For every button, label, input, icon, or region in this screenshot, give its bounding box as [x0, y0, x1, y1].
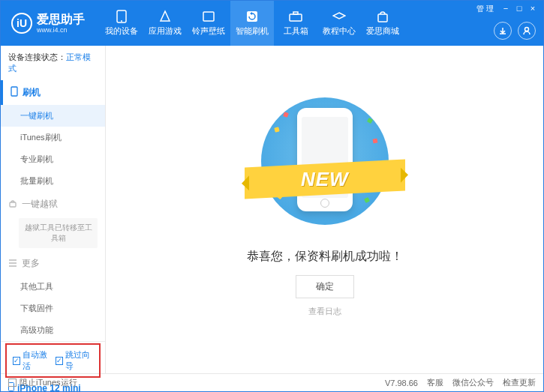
- success-illustration: NEW: [261, 91, 389, 234]
- graduation-icon: [332, 10, 346, 23]
- check-icon: ✓: [13, 357, 20, 365]
- maximize-icon[interactable]: □: [515, 4, 524, 13]
- service-link[interactable]: 客服: [427, 377, 443, 388]
- connection-status: 设备连接状态：正常模式: [1, 46, 105, 80]
- sidebar-item-othertools[interactable]: 其他工具: [1, 276, 105, 298]
- confetti-icon: [366, 118, 372, 124]
- nav-ringtones[interactable]: 铃声壁纸: [187, 1, 230, 46]
- update-link[interactable]: 检查更新: [503, 377, 536, 388]
- main-body: 设备连接状态：正常模式 刷机 一键刷机 iTunes刷机 专业刷机 批量刷机 一…: [1, 46, 543, 373]
- logo: iU 爱思助手 www.i4.cn: [1, 13, 95, 34]
- sidebar-section-jailbreak[interactable]: 一键越狱: [1, 192, 105, 217]
- store-icon: [376, 10, 389, 23]
- user-icon[interactable]: [518, 22, 536, 40]
- success-message: 恭喜您，保资料刷机成功啦！: [247, 249, 403, 265]
- sidebar-item-firmware[interactable]: 下载固件: [1, 298, 105, 319]
- nav-toolbox[interactable]: 工具箱: [274, 1, 317, 46]
- header-actions: [494, 22, 536, 40]
- checkbox-block-itunes[interactable]: 阻止iTunes运行: [8, 377, 77, 388]
- check-icon: ✓: [56, 357, 63, 365]
- manage-label[interactable]: 管 理: [476, 4, 494, 14]
- close-icon[interactable]: ×: [528, 4, 537, 13]
- refresh-icon: [245, 10, 259, 23]
- footer-label: 阻止iTunes运行: [20, 377, 77, 388]
- confetti-icon: [364, 197, 370, 203]
- nav-label: 教程中心: [323, 25, 356, 37]
- confetti-icon: [283, 112, 289, 118]
- ribbon-text: NEW: [301, 168, 349, 191]
- chk-label: 跳过向导: [65, 349, 94, 372]
- phone-icon: [115, 10, 128, 23]
- svg-rect-8: [11, 87, 17, 96]
- wechat-link[interactable]: 微信公众号: [452, 377, 494, 388]
- apps-icon: [158, 10, 172, 23]
- toolbox-icon: [289, 10, 302, 23]
- download-icon[interactable]: [494, 22, 512, 40]
- svg-point-1: [121, 20, 122, 22]
- svg-rect-9: [10, 202, 16, 207]
- sidebar-section-more[interactable]: 更多: [1, 251, 105, 276]
- minimize-icon[interactable]: −: [501, 4, 510, 13]
- sidebar-item-oneclick[interactable]: 一键刷机: [1, 105, 105, 127]
- lock-icon: [8, 199, 17, 210]
- sidebar-item-advanced[interactable]: 高级功能: [1, 319, 105, 341]
- window-controls: 管 理 − □ ×: [476, 4, 537, 14]
- main-content: NEW 恭喜您，保资料刷机成功啦！ 确定 查看日志: [106, 46, 543, 373]
- sidebar-item-pro[interactable]: 专业刷机: [1, 148, 105, 170]
- nav-label: 工具箱: [284, 25, 308, 37]
- app-name: 爱思助手: [37, 13, 85, 26]
- logo-icon: iU: [11, 13, 32, 34]
- ok-button[interactable]: 确定: [296, 275, 354, 298]
- nav-tutorial[interactable]: 教程中心: [317, 1, 361, 46]
- nav-flash[interactable]: 智能刷机: [230, 1, 274, 46]
- sidebar: 设备连接状态：正常模式 刷机 一键刷机 iTunes刷机 专业刷机 批量刷机 一…: [1, 46, 106, 373]
- more-label: 更多: [22, 257, 40, 270]
- wallpaper-icon: [202, 10, 215, 23]
- svg-rect-2: [203, 12, 214, 21]
- jailbreak-note: 越狱工具已转移至工具箱: [19, 218, 98, 248]
- main-nav: 我的设备 应用游戏 铃声壁纸 智能刷机 工具箱 教程中心 爱思商城: [100, 1, 404, 46]
- phone-small-icon: [11, 86, 18, 99]
- nav-label: 我的设备: [105, 25, 138, 37]
- view-log-link[interactable]: 查看日志: [308, 306, 341, 317]
- svg-rect-6: [378, 14, 387, 22]
- checkbox-auto-activate[interactable]: ✓自动激活: [13, 349, 51, 372]
- checkbox-skip-guide[interactable]: ✓跳过向导: [56, 349, 94, 372]
- confetti-icon: [372, 139, 377, 144]
- sidebar-section-flash[interactable]: 刷机: [1, 80, 105, 105]
- nav-label: 铃声壁纸: [192, 25, 225, 37]
- app-url: www.i4.cn: [37, 26, 85, 34]
- app-header: iU 爱思助手 www.i4.cn 我的设备 应用游戏 铃声壁纸 智能刷机 工具…: [1, 1, 543, 46]
- checkbox-group-highlighted: ✓自动激活 ✓跳过向导: [5, 343, 101, 378]
- chk-label: 自动激活: [23, 349, 51, 372]
- nav-apps[interactable]: 应用游戏: [143, 1, 187, 46]
- nav-devices[interactable]: 我的设备: [100, 1, 143, 46]
- sidebar-header-label: 刷机: [23, 86, 41, 99]
- sidebar-item-itunes[interactable]: iTunes刷机: [1, 127, 105, 148]
- confetti-icon: [274, 127, 279, 132]
- version-label: V7.98.66: [385, 379, 418, 388]
- checkbox-empty-icon: [8, 379, 17, 387]
- status-label: 设备连接状态：: [8, 52, 66, 61]
- footer-right: V7.98.66 客服 微信公众号 检查更新: [385, 377, 536, 388]
- sidebar-item-batch[interactable]: 批量刷机: [1, 170, 105, 192]
- nav-label: 爱思商城: [366, 25, 399, 37]
- menu-icon: [8, 259, 17, 269]
- nav-store[interactable]: 爱思商城: [361, 1, 404, 46]
- nav-label: 应用游戏: [149, 25, 182, 37]
- jailbreak-label: 一键越狱: [22, 198, 58, 211]
- nav-label: 智能刷机: [236, 25, 269, 37]
- svg-rect-4: [290, 14, 302, 21]
- svg-rect-5: [293, 12, 298, 14]
- svg-point-7: [525, 28, 529, 31]
